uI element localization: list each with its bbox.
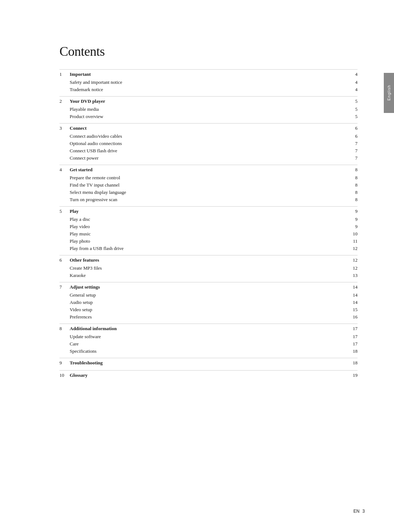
toc-section-title: Additional information bbox=[70, 326, 347, 332]
toc-section-title: Glossary bbox=[70, 372, 347, 378]
toc-sub-row[interactable]: Care17 bbox=[59, 340, 358, 348]
toc-section-num: 4 bbox=[59, 167, 70, 173]
toc-sub-title: Connect power bbox=[70, 155, 347, 161]
toc-sub-page: 5 bbox=[347, 106, 358, 112]
toc-sub-row[interactable]: Specifications18 bbox=[59, 348, 358, 355]
toc-main-row[interactable]: 8Additional information17 bbox=[59, 324, 358, 333]
toc-sub-title: Turn on progressive scan bbox=[70, 197, 347, 203]
toc-section-page: 18 bbox=[347, 360, 358, 366]
toc-sub-title: Video setup bbox=[70, 307, 347, 313]
toc-sub-title: Specifications bbox=[70, 348, 347, 354]
toc-sub-page: 8 bbox=[347, 182, 358, 188]
toc-main-row[interactable]: 9Troubleshooting18 bbox=[59, 358, 358, 367]
toc-section-page: 19 bbox=[347, 372, 358, 378]
toc-section-page: 6 bbox=[347, 125, 358, 131]
section-spacer bbox=[59, 321, 358, 324]
toc-sub-page: 18 bbox=[347, 348, 358, 354]
toc-sub-title: Play music bbox=[70, 231, 347, 237]
toc-sub-row[interactable]: Prepare the remote control8 bbox=[59, 174, 358, 181]
toc-sub-row[interactable]: Turn on progressive scan8 bbox=[59, 196, 358, 203]
toc-sub-title: Trademark notice bbox=[70, 87, 347, 93]
toc-section-num: 8 bbox=[59, 326, 70, 332]
toc-main-row[interactable]: 4Get started8 bbox=[59, 165, 358, 174]
toc-section-num: 6 bbox=[59, 257, 70, 263]
section-spacer bbox=[59, 252, 358, 255]
toc-sub-title: Update software bbox=[70, 334, 347, 340]
toc-sub-row[interactable]: Create MP3 files12 bbox=[59, 265, 358, 272]
toc-sub-row[interactable]: Video setup15 bbox=[59, 306, 358, 313]
toc-section-page: 17 bbox=[347, 326, 358, 332]
toc-section-num: 7 bbox=[59, 284, 70, 290]
toc-section-page: 14 bbox=[347, 284, 358, 290]
section-spacer bbox=[59, 93, 358, 96]
toc-sub-row[interactable]: Trademark notice4 bbox=[59, 86, 358, 93]
section-spacer bbox=[59, 203, 358, 206]
toc-sub-row[interactable]: Connect USB flash drive7 bbox=[59, 147, 358, 154]
toc-sub-row[interactable]: Play video9 bbox=[59, 223, 358, 230]
toc-sub-row[interactable]: Play music10 bbox=[59, 230, 358, 238]
footer-text: EN 3 bbox=[354, 509, 365, 514]
toc-main-row[interactable]: 6Other features12 bbox=[59, 255, 358, 265]
toc-sub-title: Care bbox=[70, 341, 347, 347]
toc-sub-row[interactable]: Karaoke13 bbox=[59, 272, 358, 279]
toc-sub-row[interactable]: Optional audio connections7 bbox=[59, 140, 358, 147]
toc-sub-row[interactable]: Find the TV input channel8 bbox=[59, 181, 358, 189]
toc-sub-row[interactable]: Safety and important notice4 bbox=[59, 79, 358, 86]
toc-sub-title: Play a disc bbox=[70, 216, 347, 222]
toc-sub-page: 4 bbox=[347, 79, 358, 85]
toc-sub-row[interactable]: Connect audio/video cables6 bbox=[59, 133, 358, 140]
toc-sub-row[interactable]: Product overview5 bbox=[59, 113, 358, 120]
toc-section-num: 1 bbox=[59, 71, 70, 77]
toc-sub-title: Connect audio/video cables bbox=[70, 133, 347, 139]
toc-sub-title: Safety and important notice bbox=[70, 79, 347, 85]
toc-sub-row[interactable]: Play photo11 bbox=[59, 238, 358, 245]
toc-sub-page: 8 bbox=[347, 197, 358, 203]
toc-sub-row[interactable]: Connect power7 bbox=[59, 154, 358, 162]
toc-sub-page: 12 bbox=[347, 246, 358, 251]
toc-sub-page: 14 bbox=[347, 300, 358, 305]
toc-sub-row[interactable]: Play a disc9 bbox=[59, 216, 358, 223]
toc-section-title: Important bbox=[70, 71, 347, 77]
toc-sub-title: Play from a USB flash drive bbox=[70, 246, 347, 251]
toc-sub-title: Karaoke bbox=[70, 273, 347, 278]
toc-sub-row[interactable]: Play from a USB flash drive12 bbox=[59, 245, 358, 252]
toc-sub-row[interactable]: Audio setup14 bbox=[59, 299, 358, 306]
section-spacer bbox=[59, 279, 358, 282]
toc-section-title: Connect bbox=[70, 125, 347, 131]
toc-main-row[interactable]: 7Adjust settings14 bbox=[59, 282, 358, 292]
toc-section-num: 10 bbox=[59, 372, 70, 378]
toc-main-row[interactable]: 3Connect6 bbox=[59, 123, 358, 133]
toc-sub-title: Find the TV input channel bbox=[70, 182, 347, 188]
toc-sub-row[interactable]: Playable media5 bbox=[59, 106, 358, 113]
toc-sub-page: 7 bbox=[347, 148, 358, 154]
toc-sub-title: Optional audio connections bbox=[70, 141, 347, 146]
toc-sub-page: 8 bbox=[347, 189, 358, 195]
footer-page: 3 bbox=[362, 509, 365, 514]
toc-sub-row[interactable]: Select menu display language8 bbox=[59, 189, 358, 196]
toc-sub-page: 9 bbox=[347, 224, 358, 230]
toc-main-row[interactable]: 2Your DVD player5 bbox=[59, 96, 358, 106]
toc-main-row[interactable]: 5Play9 bbox=[59, 206, 358, 216]
toc-sub-page: 9 bbox=[347, 216, 358, 222]
toc-sub-page: 6 bbox=[347, 133, 358, 139]
toc-sub-page: 12 bbox=[347, 265, 358, 271]
toc-sub-title: Play photo bbox=[70, 238, 347, 244]
toc-sub-title: Create MP3 files bbox=[70, 265, 347, 271]
toc-main-row[interactable]: 10Glossary19 bbox=[59, 370, 358, 380]
toc-sub-title: Select menu display language bbox=[70, 189, 347, 195]
toc-sub-title: Audio setup bbox=[70, 300, 347, 305]
toc-sub-title: Connect USB flash drive bbox=[70, 148, 347, 154]
section-spacer bbox=[59, 380, 358, 383]
toc-sub-row[interactable]: General setup14 bbox=[59, 292, 358, 299]
toc-sub-page: 13 bbox=[347, 273, 358, 278]
toc-section-page: 12 bbox=[347, 257, 358, 263]
toc-sub-row[interactable]: Preferences16 bbox=[59, 313, 358, 321]
footer: EN 3 bbox=[354, 509, 365, 514]
toc-sub-page: 8 bbox=[347, 175, 358, 181]
toc-sub-page: 14 bbox=[347, 292, 358, 298]
toc-main-row[interactable]: 1Important4 bbox=[59, 69, 358, 79]
toc-sub-page: 16 bbox=[347, 314, 358, 320]
toc-sub-row[interactable]: Update software17 bbox=[59, 333, 358, 340]
toc-sub-title: Preferences bbox=[70, 314, 347, 320]
toc-section-num: 5 bbox=[59, 208, 70, 214]
